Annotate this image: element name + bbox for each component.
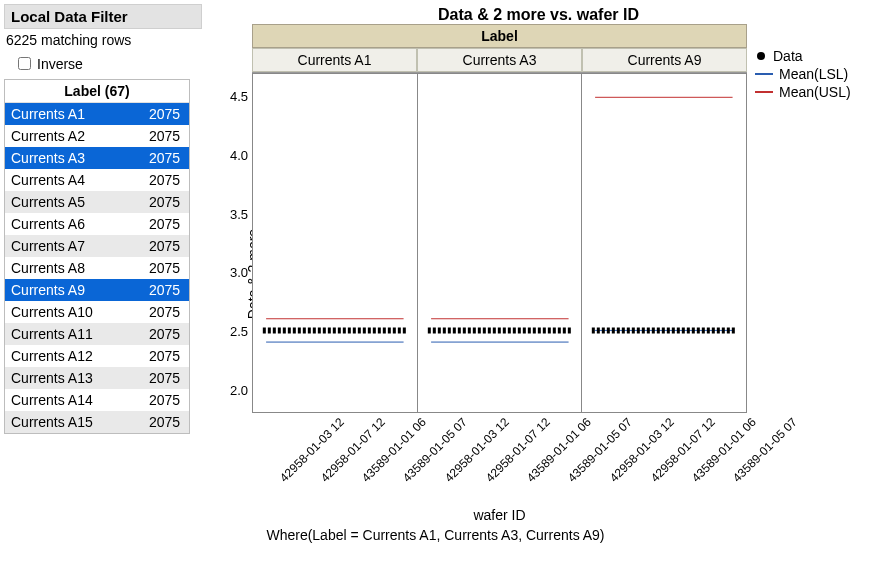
label-filter-name: Currents A5	[5, 191, 145, 213]
label-filter-name: Currents A14	[5, 389, 145, 411]
label-filter-row[interactable]: Currents A92075	[5, 279, 189, 301]
chart-facet-panel[interactable]	[582, 73, 747, 413]
legend-marker-data	[757, 52, 765, 60]
label-filter-count: 2075	[145, 257, 189, 279]
legend-label-data: Data	[773, 48, 803, 64]
label-filter-count: 2075	[145, 411, 189, 433]
label-filter-name: Currents A3	[5, 147, 145, 169]
x-ticks-group: 42958-01-03 1242958-01-07 1243589-01-01 …	[252, 415, 417, 429]
chart-panel: Data & 2 more vs. wafer ID Data & 2 more…	[202, 4, 867, 523]
label-filter-row[interactable]: Currents A72075	[5, 235, 189, 257]
label-filter-count: 2075	[145, 279, 189, 301]
label-filter-name: Currents A8	[5, 257, 145, 279]
label-filter-row[interactable]: Currents A122075	[5, 345, 189, 367]
label-filter-row[interactable]: Currents A12075	[5, 103, 189, 125]
label-filter-count: 2075	[145, 389, 189, 411]
y-tick: 2.5	[230, 323, 248, 338]
label-filter-name: Currents A4	[5, 169, 145, 191]
label-filter-row[interactable]: Currents A62075	[5, 213, 189, 235]
label-filter-count: 2075	[145, 213, 189, 235]
inverse-checkbox[interactable]	[18, 57, 31, 70]
label-filter-name: Currents A15	[5, 411, 145, 433]
label-filter-name: Currents A9	[5, 279, 145, 301]
label-filter-row[interactable]: Currents A112075	[5, 323, 189, 345]
label-filter-count: 2075	[145, 323, 189, 345]
label-filter-count: 2075	[145, 191, 189, 213]
chart-facet-panel[interactable]	[418, 73, 583, 413]
label-filter-row[interactable]: Currents A32075	[5, 147, 189, 169]
y-axis: 2.02.53.03.54.04.5	[222, 73, 252, 413]
chart-facet-panel[interactable]	[252, 73, 418, 413]
label-filter-count: 2075	[145, 235, 189, 257]
label-filter-count: 2075	[145, 169, 189, 191]
label-filter-name: Currents A6	[5, 213, 145, 235]
label-filter-name: Currents A10	[5, 301, 145, 323]
label-filter-name: Currents A13	[5, 367, 145, 389]
legend-marker-lsl	[755, 73, 773, 76]
label-filter-name: Currents A12	[5, 345, 145, 367]
label-filter-heading: Label (67)	[5, 80, 189, 103]
y-tick: 4.5	[230, 89, 248, 104]
local-data-filter-panel: Local Data Filter 6225 matching rows Inv…	[4, 4, 202, 523]
label-filter-box: Label (67) Currents A12075Currents A2207…	[4, 79, 190, 434]
label-filter-row[interactable]: Currents A42075	[5, 169, 189, 191]
label-filter-row[interactable]: Currents A22075	[5, 125, 189, 147]
label-filter-row[interactable]: Currents A142075	[5, 389, 189, 411]
label-filter-row[interactable]: Currents A102075	[5, 301, 189, 323]
x-axis-label: wafer ID	[252, 507, 747, 523]
label-filter-name: Currents A11	[5, 323, 145, 345]
label-filter-count: 2075	[145, 367, 189, 389]
chart-plot-area[interactable]	[252, 73, 747, 413]
label-filter-row[interactable]: Currents A52075	[5, 191, 189, 213]
label-filter-row[interactable]: Currents A132075	[5, 367, 189, 389]
y-tick: 2.0	[230, 382, 248, 397]
legend-marker-usl	[755, 91, 773, 94]
local-data-filter-title: Local Data Filter	[4, 4, 202, 29]
label-filter-count: 2075	[145, 301, 189, 323]
inverse-label: Inverse	[37, 56, 83, 72]
y-tick: 3.5	[230, 206, 248, 221]
label-filter-name: Currents A7	[5, 235, 145, 257]
legend-label-lsl: Mean(LSL)	[779, 66, 848, 82]
label-filter-row[interactable]: Currents A152075	[5, 411, 189, 433]
facet-group-label: Label	[252, 24, 747, 48]
label-filter-count: 2075	[145, 147, 189, 169]
matching-rows-text: 6225 matching rows	[4, 29, 202, 54]
facet-header: Currents A1	[252, 48, 417, 72]
label-filter-row[interactable]: Currents A82075	[5, 257, 189, 279]
x-ticks-group: 42958-01-03 1242958-01-07 1243589-01-01 …	[417, 415, 582, 429]
x-ticks-group: 42958-01-03 1242958-01-07 1243589-01-01 …	[582, 415, 747, 429]
y-tick: 3.0	[230, 265, 248, 280]
label-filter-name: Currents A1	[5, 103, 145, 125]
y-tick: 4.0	[230, 148, 248, 163]
facet-header: Currents A9	[582, 48, 747, 72]
label-filter-name: Currents A2	[5, 125, 145, 147]
label-filter-count: 2075	[145, 125, 189, 147]
label-filter-count: 2075	[145, 103, 189, 125]
chart-title: Data & 2 more vs. wafer ID	[210, 4, 867, 24]
label-filter-count: 2075	[145, 345, 189, 367]
where-clause-text: Where(Label = Currents A1, Currents A3, …	[4, 527, 867, 543]
facet-header: Currents A3	[417, 48, 582, 72]
legend-label-usl: Mean(USL)	[779, 84, 851, 100]
